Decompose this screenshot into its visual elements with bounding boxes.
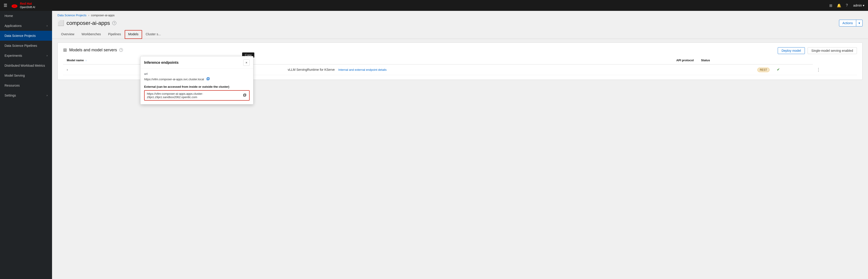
api-protocol-badge: REST bbox=[757, 68, 770, 72]
popup-title: Inference endpoints bbox=[144, 61, 179, 65]
col-header-status: Status bbox=[698, 56, 773, 64]
sidebar-label-data-science-pipelines: Data Science Pipelines bbox=[4, 44, 37, 47]
tabs-bar: Overview Workbenches Pipelines Models Cl… bbox=[52, 30, 868, 39]
help-icon[interactable]: ? bbox=[846, 3, 848, 7]
sidebar-item-applications[interactable]: Applications › bbox=[0, 21, 52, 31]
row-runtime-cell: vLLM ServingRuntime for KServe Internal … bbox=[284, 64, 698, 75]
sidebar-label-distributed-workload-metrics: Distributed Workload Metrics bbox=[4, 64, 45, 67]
page-help-icon[interactable]: ? bbox=[112, 21, 116, 25]
page-title: composer-ai-apps bbox=[66, 20, 110, 26]
logo-redhat: Red Hat bbox=[20, 2, 35, 6]
sidebar-item-experiments[interactable]: Experiments › bbox=[0, 50, 52, 61]
main-layout: Home Applications › Data Science Project… bbox=[0, 11, 868, 279]
hamburger-menu[interactable]: ☰ bbox=[4, 3, 7, 8]
top-header: ☰ Red Hat OpenShift AI ⊞ 🔔 ? admin ▾ bbox=[0, 0, 868, 11]
admin-menu[interactable]: admin ▾ bbox=[853, 4, 864, 7]
inference-endpoints-popup: Inference endpoints × url https://vllm.c… bbox=[140, 56, 253, 104]
applications-chevron-icon: › bbox=[46, 24, 48, 27]
admin-chevron-icon: ▾ bbox=[863, 4, 864, 7]
svg-point-1 bbox=[13, 5, 16, 7]
sidebar-item-data-science-projects[interactable]: Data Science Projects bbox=[0, 31, 52, 41]
sidebar-label-settings: Settings bbox=[4, 94, 16, 97]
tab-workbenches-label: Workbenches bbox=[82, 32, 101, 36]
popup-close-button[interactable]: × bbox=[243, 60, 250, 66]
actions-label: Actions bbox=[839, 20, 856, 26]
tab-overview[interactable]: Overview bbox=[58, 30, 78, 39]
external-url-copy-icon-button[interactable] bbox=[242, 93, 247, 98]
status-ok-icon: ✔ bbox=[777, 68, 780, 71]
internal-url-text: https://vllm.composer-ai-apps.svc.cluste… bbox=[144, 77, 204, 81]
popup-header: Inference endpoints × bbox=[141, 56, 253, 69]
sidebar: Home Applications › Data Science Project… bbox=[0, 11, 52, 279]
popup-body: url https://vllm.composer-ai-apps.svc.cl… bbox=[141, 69, 253, 104]
models-section-help-icon[interactable]: ? bbox=[119, 48, 123, 52]
tab-models-label: Models bbox=[128, 32, 138, 36]
breadcrumb-parent-link[interactable]: Data Science Projects bbox=[58, 13, 87, 17]
sidebar-label-applications: Applications bbox=[4, 24, 22, 28]
sort-icon[interactable]: ↑ bbox=[86, 59, 87, 62]
row-actions-cell: ⋮ bbox=[813, 64, 857, 75]
col-header-api-protocol: API protocol bbox=[284, 56, 698, 64]
sidebar-item-distributed-workload-metrics[interactable]: Distributed Workload Metrics bbox=[0, 61, 52, 71]
tab-models[interactable]: Models bbox=[125, 30, 142, 39]
sidebar-item-resources[interactable]: Resources bbox=[0, 80, 52, 91]
tab-overview-label: Overview bbox=[61, 32, 74, 36]
sidebar-item-data-science-pipelines[interactable]: Data Science Pipelines bbox=[0, 41, 52, 50]
actions-dropdown-icon: ▾ bbox=[856, 20, 862, 26]
project-icon: ⬜ bbox=[58, 20, 64, 26]
section-header: ⊞ Models and model servers ? bbox=[63, 47, 857, 53]
breadcrumb-separator-icon: › bbox=[88, 13, 89, 17]
logo-text: Red Hat OpenShift AI bbox=[20, 2, 35, 9]
logo-openshift: OpenShift AI bbox=[20, 6, 35, 9]
row-actions-menu-icon[interactable]: ⋮ bbox=[816, 67, 820, 72]
sidebar-label-data-science-projects: Data Science Projects bbox=[4, 34, 36, 38]
page-title-area: ⬜ composer-ai-apps ? bbox=[58, 20, 116, 26]
content-area: Data Science Projects › composer-ai-apps… bbox=[52, 11, 868, 279]
tab-workbenches[interactable]: Workbenches bbox=[78, 30, 104, 39]
section-actions: Deploy model Single-model serving enable… bbox=[778, 47, 857, 54]
bell-icon[interactable]: 🔔 bbox=[837, 3, 841, 8]
row-status-cell: ✔ bbox=[773, 64, 813, 75]
sidebar-item-home[interactable]: Home bbox=[0, 11, 52, 21]
serving-status-button[interactable]: Single-model serving enabled bbox=[808, 47, 857, 54]
tab-cluster-storage[interactable]: Cluster s... bbox=[142, 30, 164, 39]
redhat-logo-icon bbox=[11, 2, 18, 9]
url-label: url bbox=[144, 72, 250, 75]
tab-pipelines-label: Pipelines bbox=[108, 32, 121, 36]
internal-url-copy-button[interactable] bbox=[206, 76, 210, 82]
deploy-model-button[interactable]: Deploy model bbox=[778, 47, 805, 54]
breadcrumb: Data Science Projects › composer-ai-apps bbox=[52, 11, 868, 17]
sidebar-label-resources: Resources bbox=[4, 84, 20, 87]
sidebar-label-model-serving: Model Serving bbox=[4, 74, 25, 77]
col-header-actions bbox=[773, 56, 813, 64]
tab-cluster-storage-label: Cluster s... bbox=[146, 32, 161, 36]
logo-area: Red Hat OpenShift AI bbox=[11, 2, 829, 9]
page-header: ⬜ composer-ai-apps ? Actions ▾ bbox=[52, 17, 868, 27]
sidebar-label-home: Home bbox=[4, 14, 13, 18]
external-label: External (can be accessed from inside or… bbox=[144, 85, 250, 89]
breadcrumb-current: composer-ai-apps bbox=[91, 13, 115, 17]
row-api-protocol-cell: REST bbox=[698, 64, 773, 75]
svg-rect-3 bbox=[207, 77, 209, 79]
external-url-text: https://vllm-composer-ai-apps.apps.clust… bbox=[147, 92, 241, 99]
settings-chevron-icon: › bbox=[46, 94, 48, 97]
header-icons: ⊞ 🔔 ? admin ▾ bbox=[829, 3, 864, 8]
sidebar-item-model-serving[interactable]: Model Serving bbox=[0, 71, 52, 80]
models-section-icon: ⊞ bbox=[63, 47, 67, 53]
svg-rect-5 bbox=[244, 94, 246, 96]
sidebar-label-experiments: Experiments bbox=[4, 54, 22, 58]
tab-pipelines[interactable]: Pipelines bbox=[104, 30, 125, 39]
models-section-title: Models and model servers bbox=[69, 48, 117, 53]
actions-button[interactable]: Actions ▾ bbox=[839, 20, 863, 27]
internal-url-row: https://vllm.composer-ai-apps.svc.cluste… bbox=[144, 76, 250, 82]
experiments-chevron-icon: › bbox=[46, 54, 48, 57]
grid-icon[interactable]: ⊞ bbox=[829, 3, 832, 8]
external-url-box: https://vllm-composer-ai-apps.apps.clust… bbox=[144, 90, 250, 101]
admin-label: admin bbox=[853, 4, 862, 7]
endpoint-details-link[interactable]: Internal and external endpoint details bbox=[338, 68, 386, 71]
sidebar-item-settings[interactable]: Settings › bbox=[0, 91, 52, 100]
